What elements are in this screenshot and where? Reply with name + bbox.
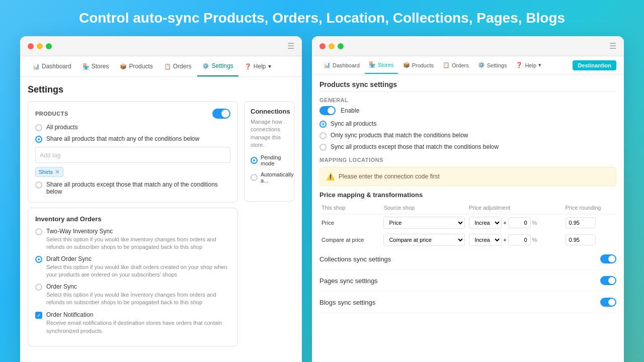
sync-match-products[interactable]: Only sync products that match the condit… bbox=[319, 132, 616, 139]
source-shop-compare-select[interactable]: Compare at price bbox=[383, 234, 465, 246]
collections-sync-row: Collections sync settings bbox=[319, 248, 616, 270]
col-source-shop: Source shop bbox=[381, 202, 467, 214]
products-label: PRODUCTS bbox=[35, 111, 68, 117]
right-nav-help[interactable]: ❓ Help ▾ bbox=[512, 57, 545, 73]
rounding-price[interactable] bbox=[566, 217, 596, 228]
price-mapping-title: Price mapping & transformations bbox=[319, 191, 616, 199]
enable-toggle[interactable] bbox=[319, 106, 336, 115]
right-nav: 📊 Dashboard 🏪 Stores 📦 Products 📋 Orders… bbox=[312, 56, 624, 74]
order-notification-item[interactable]: ✓ Order Notification Receive email notif… bbox=[35, 311, 230, 335]
blogs-toggle[interactable] bbox=[600, 298, 616, 307]
blogs-label: Blogs sync settings bbox=[319, 299, 375, 306]
close-button-right[interactable] bbox=[319, 43, 326, 49]
right-nav-settings[interactable]: ⚙️ Settings bbox=[474, 57, 511, 73]
sync-all-products[interactable]: Sync all products bbox=[319, 120, 616, 128]
adjustment-type-price[interactable]: Increase bbox=[469, 217, 502, 229]
right-nav-stores[interactable]: 🏪 Stores bbox=[365, 56, 398, 74]
sync-except-products[interactable]: Sync all products except those that matc… bbox=[319, 143, 616, 151]
price-mapping-table: This shop Source shop Price adjustment P… bbox=[319, 202, 616, 248]
radio-draft-order[interactable]: Draft Order Sync Select this option if y… bbox=[35, 255, 230, 279]
tags-row: Shirts ✕ bbox=[35, 167, 230, 177]
adjustment-value-compare[interactable] bbox=[508, 234, 531, 245]
nav-item-orders[interactable]: 📋 Orders bbox=[159, 57, 197, 76]
adjustment-type-compare[interactable]: Increase bbox=[469, 234, 502, 246]
radio-circle-twoway bbox=[35, 228, 42, 235]
enable-label: Enable bbox=[341, 107, 359, 114]
nav-item-dashboard[interactable]: 📊 Dashboard bbox=[28, 57, 76, 76]
nav-label-stores: Stores bbox=[92, 63, 109, 70]
hamburger-icon-right[interactable]: ☰ bbox=[609, 41, 616, 51]
close-button[interactable] bbox=[28, 43, 34, 49]
page-title: Control auto-sync Products, Orders, Loca… bbox=[79, 10, 565, 26]
left-panel-content: Settings PRODUCTS All products bbox=[20, 77, 302, 362]
right-nav-orders[interactable]: 📋 Orders bbox=[439, 57, 473, 73]
inventory-card: Inventory and Orders Two-Way Inventory S… bbox=[28, 208, 238, 346]
radio-label-except: Share all products except those that mat… bbox=[46, 181, 230, 195]
collections-label: Collections sync settings bbox=[319, 255, 391, 263]
products-card-header: PRODUCTS bbox=[35, 109, 230, 119]
notification-label: Order Notification bbox=[46, 311, 230, 318]
nav-item-settings[interactable]: ⚙️ Settings bbox=[197, 56, 238, 76]
adjustment-value-price[interactable] bbox=[508, 217, 531, 228]
right-orders-label: Orders bbox=[452, 62, 469, 68]
nav-label-settings: Settings bbox=[211, 62, 233, 69]
radio-content-twoway: Two-Way Inventory Sync Select this optio… bbox=[46, 228, 230, 251]
minimize-button[interactable] bbox=[37, 43, 43, 49]
radio-all-products[interactable]: All products bbox=[35, 124, 230, 131]
settings-page-title: Settings bbox=[28, 84, 294, 95]
rounding-compare[interactable] bbox=[566, 234, 596, 245]
sync-all-label: Sync all products bbox=[331, 120, 376, 127]
pages-label: Pages sync settings bbox=[319, 277, 378, 285]
radio-content-draft: Draft Order Sync Select this option if y… bbox=[46, 255, 230, 279]
inventory-radio-group: Two-Way Inventory Sync Select this optio… bbox=[35, 228, 230, 306]
radio-two-way[interactable]: Two-Way Inventory Sync Select this optio… bbox=[35, 228, 230, 251]
pages-toggle[interactable] bbox=[600, 276, 616, 285]
warning-icon: ⚠️ bbox=[326, 172, 335, 180]
tag-placeholder: Add tag bbox=[40, 152, 60, 159]
products-toggle[interactable] bbox=[212, 109, 230, 119]
collections-toggle[interactable] bbox=[600, 254, 616, 263]
warning-box: ⚠️ Please enter the connection code firs… bbox=[319, 167, 616, 186]
right-stores-label: Stores bbox=[378, 62, 394, 68]
tag-input-wrapper[interactable]: Add tag bbox=[35, 147, 230, 163]
hamburger-icon[interactable]: ☰ bbox=[287, 41, 294, 51]
window-chrome-left: ☰ bbox=[20, 36, 302, 56]
settings-icon: ⚙️ bbox=[202, 63, 209, 69]
right-nav-products[interactable]: 📦 Products bbox=[399, 57, 438, 73]
right-products-icon: 📦 bbox=[403, 62, 410, 68]
pending-option[interactable]: Pending mode bbox=[251, 154, 288, 166]
col-this-shop: This shop bbox=[319, 202, 381, 214]
twoway-label: Two-Way Inventory Sync bbox=[46, 228, 230, 235]
radio-match-products[interactable]: Share all products that match any of the… bbox=[35, 135, 230, 143]
right-settings-icon: ⚙️ bbox=[478, 62, 485, 68]
notification-content: Order Notification Receive email notific… bbox=[46, 311, 230, 335]
sync-except-label: Sync all products except those that matc… bbox=[331, 143, 499, 150]
tag-shirts: Shirts ✕ bbox=[35, 167, 63, 177]
source-shop-price-select[interactable]: Price bbox=[383, 217, 465, 229]
sync-except-circle bbox=[319, 144, 327, 151]
radio-order-sync[interactable]: Order Sync Select this option if you wou… bbox=[35, 283, 230, 307]
connections-desc: Manage how connections manage this store… bbox=[251, 118, 288, 149]
tag-remove-icon[interactable]: ✕ bbox=[55, 168, 60, 175]
stores-icon: 🏪 bbox=[83, 63, 90, 70]
pending-label: Pending mode bbox=[261, 154, 288, 166]
blogs-sync-row: Blogs sync settings bbox=[319, 292, 616, 313]
traffic-lights-left bbox=[28, 43, 52, 49]
maximize-button[interactable] bbox=[46, 43, 52, 49]
minimize-button-right[interactable] bbox=[329, 43, 335, 49]
radio-except-products[interactable]: Share all products except those that mat… bbox=[35, 181, 230, 195]
window-chrome-right: ☰ bbox=[312, 36, 624, 56]
auto-label: Automatically a... bbox=[261, 171, 293, 184]
connections-card: Connections Manage how connections manag… bbox=[244, 101, 294, 202]
maximize-button-right[interactable] bbox=[338, 43, 344, 49]
settings-main-col: PRODUCTS All products Share all products… bbox=[28, 101, 238, 362]
auto-option[interactable]: Automatically a... bbox=[251, 171, 288, 184]
nav-item-help[interactable]: ❓ Help ▾ bbox=[239, 57, 276, 76]
right-products-label: Products bbox=[412, 62, 434, 68]
nav-item-stores[interactable]: 🏪 Stores bbox=[77, 57, 114, 76]
right-nav-dashboard[interactable]: 📊 Dashboard bbox=[319, 57, 364, 73]
adjustment-group-compare: Increase + % bbox=[469, 234, 561, 246]
pending-radio bbox=[251, 157, 258, 164]
nav-item-products[interactable]: 📦 Products bbox=[115, 57, 157, 76]
dashboard-icon: 📊 bbox=[33, 63, 40, 70]
